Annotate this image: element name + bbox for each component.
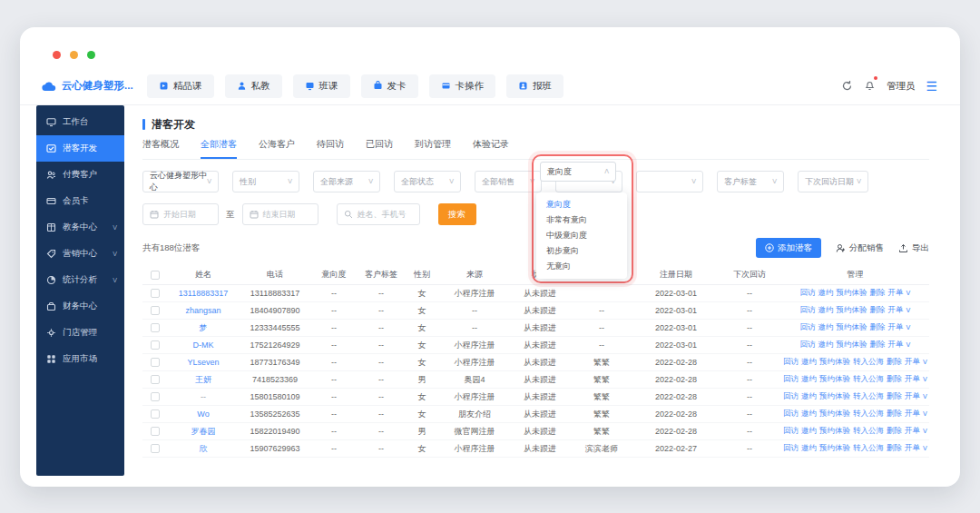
action-link[interactable]: 邀约 <box>801 426 817 437</box>
action-link[interactable]: 预约体验 <box>819 374 850 385</box>
more-actions-chevron-icon[interactable]: ᐯ <box>923 445 927 452</box>
action-link[interactable]: 转入公海 <box>853 357 884 368</box>
action-link[interactable]: 预约体验 <box>837 340 867 350</box>
action-link[interactable]: 删除 <box>887 357 902 368</box>
action-link[interactable]: 回访 <box>800 322 816 333</box>
action-link[interactable]: 开单 <box>888 288 904 299</box>
filter-select-5[interactable]: 全部销售ᐯ <box>475 171 542 192</box>
nav-item-3[interactable]: 班课 <box>293 74 350 98</box>
action-link[interactable]: 邀约 <box>818 322 834 333</box>
action-link[interactable]: 邀约 <box>801 443 817 454</box>
row-checkbox[interactable] <box>151 358 160 367</box>
action-link[interactable]: 预约体验 <box>837 322 867 333</box>
filter-select-2[interactable]: 性别ᐯ <box>232 171 299 192</box>
tab-4[interactable]: 待回访 <box>317 138 344 159</box>
refresh-icon[interactable] <box>841 80 853 92</box>
nav-item-2[interactable]: 私教 <box>225 74 282 98</box>
sidebar-item-5[interactable]: 教务中心ᐯ <box>36 214 124 241</box>
action-link[interactable]: 回访 <box>800 288 816 299</box>
action-link[interactable]: 开单 <box>888 340 904 350</box>
export-button[interactable]: 导出 <box>898 242 929 254</box>
row-checkbox[interactable] <box>151 444 160 453</box>
keyword-search-input[interactable]: 姓名、手机号 <box>337 203 420 225</box>
action-link[interactable]: 转入公海 <box>853 409 884 419</box>
more-actions-chevron-icon[interactable]: ᐯ <box>906 341 911 349</box>
sidebar-item-1[interactable]: 工作台 <box>36 109 124 135</box>
action-link[interactable]: 回访 <box>800 340 816 350</box>
action-link[interactable]: 开单 <box>905 374 920 385</box>
action-link[interactable]: 邀约 <box>801 409 817 419</box>
action-link[interactable]: 回访 <box>783 443 799 454</box>
action-link[interactable]: 回访 <box>783 409 799 419</box>
tab-5[interactable]: 已回访 <box>366 138 393 159</box>
end-date-input[interactable]: 结束日期 <box>242 203 318 225</box>
add-prospect-button[interactable]: 添加潜客 <box>756 238 821 258</box>
more-actions-chevron-icon[interactable]: ᐯ <box>923 376 927 383</box>
sidebar-item-7[interactable]: 统计分析ᐯ <box>36 267 124 293</box>
filter-select-1[interactable]: 云心健身塑形中心ᐯ <box>142 171 219 192</box>
tab-1[interactable]: 潜客概况 <box>142 138 179 159</box>
action-link[interactable]: 转入公海 <box>853 443 884 454</box>
more-actions-chevron-icon[interactable]: ᐯ <box>923 428 927 435</box>
intent-option-1[interactable]: 意向度 <box>536 197 627 212</box>
sidebar-item-3[interactable]: 付费客户 <box>36 162 124 188</box>
tab-3[interactable]: 公海客户 <box>259 138 295 159</box>
row-checkbox[interactable] <box>151 289 160 298</box>
filter-select-7[interactable]: ᐯ <box>636 171 703 192</box>
action-link[interactable]: 删除 <box>870 288 886 299</box>
cell-name[interactable]: Wo <box>168 409 239 419</box>
action-link[interactable]: 预约体验 <box>837 288 867 299</box>
intent-level-select[interactable]: 意向度 ᐱ <box>540 162 616 182</box>
action-link[interactable]: 开单 <box>888 305 904 316</box>
action-link[interactable]: 开单 <box>905 391 920 402</box>
action-link[interactable]: 回访 <box>800 305 816 316</box>
intent-option-3[interactable]: 中级意向度 <box>536 228 627 243</box>
maximize-window-icon[interactable] <box>87 51 95 59</box>
action-link[interactable]: 删除 <box>870 322 886 333</box>
nav-item-5[interactable]: 卡操作 <box>429 74 496 98</box>
more-actions-chevron-icon[interactable]: ᐯ <box>906 324 911 331</box>
row-checkbox[interactable] <box>151 306 160 315</box>
action-link[interactable]: 回访 <box>783 426 799 437</box>
action-link[interactable]: 删除 <box>887 409 902 419</box>
action-link[interactable]: 回访 <box>783 391 799 402</box>
action-link[interactable]: 删除 <box>870 340 886 350</box>
notification-bell-icon[interactable] <box>864 78 876 94</box>
row-checkbox[interactable] <box>151 392 160 401</box>
more-actions-chevron-icon[interactable]: ᐯ <box>923 359 927 366</box>
intent-option-4[interactable]: 初步意向 <box>536 243 627 259</box>
action-link[interactable]: 开单 <box>905 357 920 368</box>
action-link[interactable]: 开单 <box>888 322 904 333</box>
sidebar-item-8[interactable]: 财务中心 <box>36 293 124 320</box>
filter-select-8[interactable]: 客户标签ᐯ <box>717 171 784 192</box>
action-link[interactable]: 预约体验 <box>819 409 850 419</box>
row-checkbox[interactable] <box>151 323 160 332</box>
action-link[interactable]: 预约体验 <box>819 357 850 368</box>
tab-7[interactable]: 体验记录 <box>473 138 509 159</box>
cell-name[interactable]: 王妍 <box>168 374 239 386</box>
action-link[interactable]: 开单 <box>905 426 920 437</box>
cell-name[interactable]: zhangsan <box>168 306 239 315</box>
cell-name[interactable]: YLseven <box>168 358 239 367</box>
nav-item-6[interactable]: 报班 <box>506 74 564 98</box>
action-link[interactable]: 回访 <box>783 357 799 368</box>
more-actions-chevron-icon[interactable]: ᐯ <box>906 307 911 314</box>
close-window-icon[interactable] <box>53 51 61 59</box>
action-link[interactable]: 开单 <box>905 409 920 419</box>
row-checkbox[interactable] <box>151 340 160 350</box>
action-link[interactable]: 邀约 <box>818 305 834 316</box>
nav-item-4[interactable]: 发卡 <box>361 74 418 98</box>
menu-icon[interactable]: ☰ <box>926 79 938 94</box>
admin-user-label[interactable]: 管理员 <box>887 80 916 93</box>
action-link[interactable]: 预约体验 <box>819 443 850 454</box>
action-link[interactable]: 邀约 <box>801 391 817 402</box>
row-checkbox[interactable] <box>151 375 160 384</box>
action-link[interactable]: 预约体验 <box>837 305 867 316</box>
action-link[interactable]: 转入公海 <box>853 374 884 385</box>
action-link[interactable]: 邀约 <box>801 357 817 368</box>
action-link[interactable]: 删除 <box>887 374 902 385</box>
sidebar-item-6[interactable]: 营销中心ᐯ <box>36 241 124 267</box>
intent-option-5[interactable]: 无意向 <box>536 259 627 274</box>
cell-name[interactable]: 罗春园 <box>168 426 239 438</box>
more-actions-chevron-icon[interactable]: ᐯ <box>923 410 927 418</box>
